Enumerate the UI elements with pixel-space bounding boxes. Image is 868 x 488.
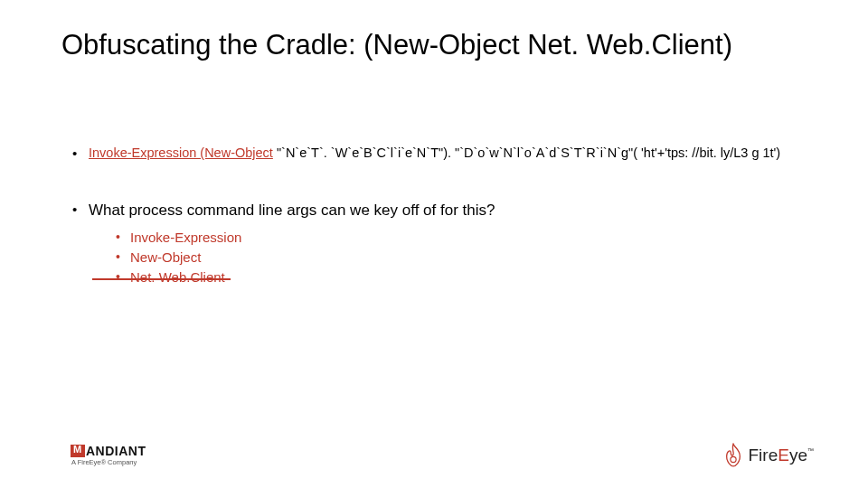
- mandiant-logo: ANDIANT A FireEye® Company: [71, 445, 146, 466]
- mandiant-subtext: A FireEye® Company: [71, 459, 146, 466]
- fireeye-post: ye: [789, 446, 807, 465]
- code-bullet: Invoke-Expression (New-Object "`N`e`T`. …: [72, 145, 814, 163]
- slide-body: Invoke-Expression (New-Object "`N`e`T`. …: [72, 145, 814, 296]
- question-text: What process command line args can we ke…: [89, 202, 495, 219]
- flame-icon: [723, 443, 743, 468]
- slide: Obfuscating the Cradle: (New-Object Net.…: [0, 0, 868, 488]
- fireeye-pre: Fire: [749, 446, 778, 465]
- code-highlight: Invoke-Expression (New-Object: [89, 145, 273, 160]
- slide-title: Obfuscating the Cradle: (New-Object Net.…: [61, 29, 732, 61]
- mandiant-word: ANDIANT: [86, 445, 146, 457]
- key-item-newobject: New-Object: [116, 249, 814, 267]
- key-item-netwebclient: Net. Web.Client: [116, 268, 814, 286]
- mandiant-mark-icon: [71, 445, 85, 457]
- question-bullet: What process command line args can we ke…: [72, 201, 814, 287]
- footer: ANDIANT A FireEye® Company FireEye™: [71, 443, 814, 468]
- key-item-invoke: Invoke-Expression: [116, 229, 814, 247]
- fireeye-e: E: [778, 446, 789, 465]
- fireeye-word: FireEye™: [749, 446, 815, 465]
- code-remainder: "`N`e`T`. `W`e`B`C`l`i`e`N`T"). "`D`o`w`…: [273, 145, 780, 160]
- fireeye-logo: FireEye™: [723, 443, 815, 468]
- key-item-netwebclient-text: Net. Web.Client: [130, 269, 225, 285]
- trademark-icon: ™: [807, 447, 814, 454]
- svg-point-0: [730, 456, 735, 462]
- strike-line: [92, 278, 231, 280]
